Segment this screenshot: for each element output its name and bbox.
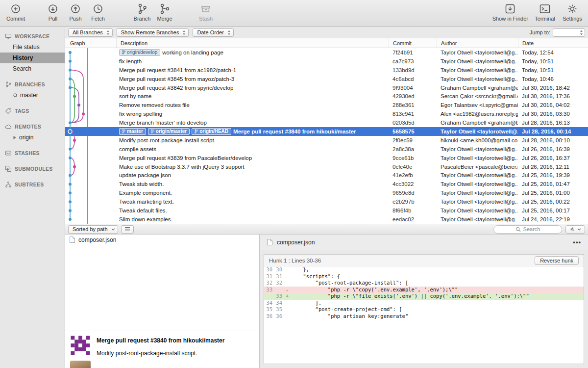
commit-row[interactable]: Tweak marketing text.e2b297bTaylor Otwel… xyxy=(65,197,588,206)
old-line-number: 36 xyxy=(264,313,274,320)
commit-row[interactable]: Merge pull request #3839 from PascaleBei… xyxy=(65,154,588,162)
commit-row[interactable]: update package json41e2efbTaylor Otwell … xyxy=(65,171,588,180)
toolbar-button-pull[interactable]: Pull xyxy=(42,2,64,22)
graph-cell xyxy=(65,118,116,127)
commit-description-cell: compile assets xyxy=(116,146,389,152)
commit-author-cell: Taylor Otwell <taylorotwell@g... xyxy=(437,67,518,73)
commit-message: Tweak marketing text. xyxy=(119,199,174,205)
column-header-graph[interactable]: Graph xyxy=(65,38,116,48)
branches-icon xyxy=(5,81,12,88)
sidebar-section-stashes: STASHES xyxy=(0,148,65,158)
column-header-description[interactable]: Description xyxy=(116,38,389,48)
commit-row[interactable]: Remove removed routes file288e361Egor Ta… xyxy=(65,101,588,109)
sidebar-item-file-status[interactable]: File status xyxy=(0,42,65,53)
commit-row[interactable]: sort by name42930edSercan Çakır <srcnckr… xyxy=(65,92,588,101)
remotes-icon xyxy=(5,123,12,130)
diff-line: 3232 "post-root-package-install": [ xyxy=(264,280,584,287)
commit-description-cell: Merge branch 'master' into develop xyxy=(116,120,389,126)
order-dropdown[interactable]: Date Order xyxy=(193,28,233,37)
graph-cell xyxy=(65,136,116,145)
commit-date-cell: Today, 10:46 xyxy=(518,76,588,82)
graph-cell xyxy=(65,109,116,118)
sidebar: WORKSPACEFile statusHistorySearchBRANCHE… xyxy=(0,27,65,368)
commit-date-cell: Jul 25, 2016, 19:39 xyxy=(518,172,588,178)
commit-date-cell: Today, 10:51 xyxy=(518,67,588,73)
search-input[interactable]: Search xyxy=(493,225,562,234)
diff-line: 3636 "php artisan key:generate" xyxy=(264,313,584,320)
sidebar-section-header: TAGS xyxy=(0,105,65,116)
toolbar-button-merge[interactable]: Merge xyxy=(154,2,175,22)
toolbar-button-stash[interactable]: Stash xyxy=(195,2,217,22)
code-text: }, xyxy=(291,266,309,273)
commit-row[interactable]: Merge pull request #3845 from mayoz/patc… xyxy=(65,75,588,83)
sidebar-section-header: WORKSPACE xyxy=(0,31,65,42)
sort-dropdown[interactable]: Sorted by path xyxy=(68,225,118,234)
commit-description-cell: Merge pull request #3842 from spyric/dev… xyxy=(116,85,389,91)
toolbar-button-branch[interactable]: Branch xyxy=(131,2,153,22)
jump-to-field[interactable] xyxy=(553,28,585,37)
commit-row[interactable]: Example component.9659e8dTaylor Otwell <… xyxy=(65,188,588,197)
branch-badge: master xyxy=(119,128,146,135)
commit-message: Modify post-root-package-install script. xyxy=(119,137,216,143)
sidebar-section-title: SUBMODULES xyxy=(15,166,53,172)
toolbar-button-settings[interactable]: Settings xyxy=(562,2,583,22)
remote-branches-dropdown[interactable]: Show Remote Branches xyxy=(117,28,189,37)
commit-row[interactable]: Tweak stub width.4cc3022Taylor Otwell <t… xyxy=(65,180,588,188)
commit-date-cell: Jul 30, 2016, 17:36 xyxy=(518,93,588,99)
new-line-number: 34 xyxy=(274,300,284,307)
commit-description-cell: origin/developworking on landing page xyxy=(116,49,389,56)
column-header-date[interactable]: Date xyxy=(518,38,588,48)
commit-row[interactable]: fix wrong spelling813c941Alex <ac1982@us… xyxy=(65,109,588,118)
commit-row[interactable]: origin/developworking on landing page7f2… xyxy=(65,48,588,57)
sidebar-item-search[interactable]: Search xyxy=(0,63,65,74)
file-icon xyxy=(267,238,273,246)
sidebar-item-master[interactable]: master xyxy=(0,90,65,101)
commit-description-cell: Tweak marketing text. xyxy=(116,199,389,205)
commit-detail-texts: Merge pull request #3840 from hikouki/ma… xyxy=(97,335,224,357)
toolbar-button-show-in-finder[interactable]: Show in Finder xyxy=(492,2,528,22)
sidebar-item-label: Search xyxy=(13,65,31,72)
search-options-button[interactable] xyxy=(565,225,585,234)
commit-row[interactable]: compile assets2a8c38aTaylor Otwell <tayl… xyxy=(65,145,588,154)
commit-description-cell: Example component. xyxy=(116,190,389,196)
toolbar-button-fetch[interactable]: Fetch xyxy=(87,2,109,22)
commit-date-cell: Jul 24, 2016, 22:19 xyxy=(518,216,588,222)
commit-author-cell: Taylor Otwell <taylorotwell@g... xyxy=(437,146,518,152)
sidebar-item-history[interactable]: History xyxy=(0,53,65,63)
view-mode-button[interactable] xyxy=(121,225,134,234)
commit-description-cell: update package json xyxy=(116,172,389,178)
branch-filter-dropdown[interactable]: All Branches xyxy=(68,28,113,37)
column-header-commit[interactable]: Commit xyxy=(389,38,437,48)
commit-row[interactable]: fix lengthca7c973Taylor Otwell <taylorot… xyxy=(65,57,588,66)
sidebar-item-origin[interactable]: origin xyxy=(0,132,65,143)
commit-date-cell: Jul 30, 2016, 03:30 xyxy=(518,111,588,117)
toolbar-button-push[interactable]: Push xyxy=(65,2,86,22)
commit-hash-cell: 9f93004 xyxy=(389,85,437,91)
commit-row[interactable]: Merge pull request #3842 from spyric/dev… xyxy=(65,83,588,92)
toolbar-button-commit[interactable]: Commit xyxy=(5,2,26,22)
column-header-label: Commit xyxy=(393,40,412,46)
commit-message: Slim down examples. xyxy=(119,216,172,222)
commit-row[interactable]: Tweak default files.8f66f4bTaylor Otwell… xyxy=(65,206,588,215)
sidebar-section-tags: TAGS xyxy=(0,105,65,116)
more-options-button[interactable]: ••• xyxy=(573,238,581,246)
commit-row[interactable]: Merge pull request #3841 from ac1982/pat… xyxy=(65,66,588,75)
commit-list: origin/developworking on landing page7f2… xyxy=(65,48,588,224)
commit-date-cell: Jul 26, 2016, 16:39 xyxy=(518,146,588,152)
toolbar-button-terminal[interactable]: Terminal xyxy=(534,2,556,22)
commit-row[interactable]: Slim down examples.eedac02Taylor Otwell … xyxy=(65,215,588,224)
branch-badge: origin/develop xyxy=(119,49,160,56)
reverse-hunk-button[interactable]: Reverse hunk xyxy=(535,256,579,265)
file-list-item[interactable]: composer.json xyxy=(65,235,259,245)
commit-date-cell: Jul 28, 2016, 00:10 xyxy=(518,137,588,143)
sidebar-section-branches: BRANCHESmaster xyxy=(0,79,65,101)
commit-row[interactable]: masterorigin/masterorigin/HEADMerge pull… xyxy=(65,127,588,136)
search-placeholder: Search xyxy=(523,226,540,232)
column-header-author[interactable]: Author xyxy=(437,38,518,48)
commit-row[interactable]: Merge branch 'master' into develop0203d5… xyxy=(65,118,588,127)
commit-row[interactable]: Make use of Bootstrap 3.3.7 with jQuery … xyxy=(65,162,588,171)
commit-row[interactable]: Modify post-root-package-install script.… xyxy=(65,136,588,145)
jump-to-label: Jump to: xyxy=(530,29,550,35)
commit-author-cell: Taylor Otwell <taylorotwell@g... xyxy=(437,199,518,205)
diff-marker xyxy=(284,306,291,313)
